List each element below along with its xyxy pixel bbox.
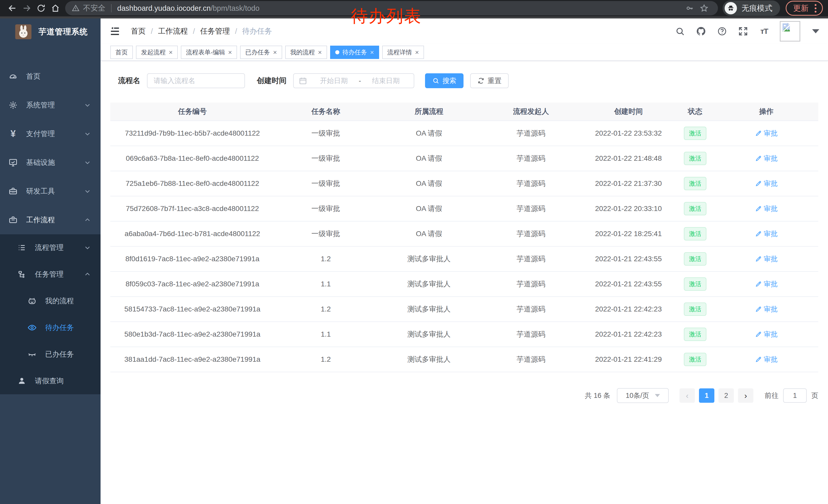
tab-close-icon[interactable]: ×: [370, 49, 374, 56]
tab[interactable]: 流程表单-编辑 ×: [181, 46, 237, 59]
avatar-dropdown-caret-icon[interactable]: [812, 29, 819, 33]
password-key-icon[interactable]: [682, 1, 697, 15]
tab[interactable]: 我的流程 ×: [285, 46, 327, 59]
approve-link[interactable]: 审批: [755, 305, 778, 314]
tab[interactable]: 发起流程 ×: [136, 46, 178, 59]
sidebar-item-system[interactable]: 系统管理: [0, 91, 100, 120]
sidebar-item-done-task[interactable]: 已办任务: [0, 341, 100, 368]
approve-link[interactable]: 审批: [755, 355, 778, 364]
refresh-icon: [478, 77, 485, 84]
update-label[interactable]: 更新: [793, 3, 809, 13]
github-icon[interactable]: [696, 26, 706, 37]
tab-close-icon[interactable]: ×: [169, 49, 173, 56]
address-bar[interactable]: 不安全 dashboard.yudao.iocoder.cn /bpm/task…: [65, 1, 718, 15]
goto-page-input[interactable]: [783, 388, 807, 403]
cell-task-name: 1.2: [275, 255, 377, 263]
tab[interactable]: 已办任务 ×: [240, 46, 282, 59]
approve-link[interactable]: 审批: [755, 330, 778, 339]
sidebar-collapse-icon[interactable]: [109, 26, 121, 37]
sidebar-item-workflow[interactable]: 工作流程: [0, 205, 100, 234]
browser-home-icon[interactable]: [48, 1, 63, 15]
bookmark-star-icon[interactable]: [697, 1, 711, 15]
next-page-button[interactable]: ›: [738, 388, 753, 403]
sidebar-item-pay[interactable]: ¥ 支付管理: [0, 120, 100, 148]
reset-button[interactable]: 重置: [470, 73, 509, 88]
cell-status: 激活: [676, 152, 714, 165]
fullscreen-icon[interactable]: [738, 26, 748, 37]
search-button[interactable]: 搜索: [425, 73, 463, 88]
table-row: 58154733-7ac8-11ec-a9e2-a2380e71991a 1.2…: [110, 297, 818, 322]
incognito-icon: [724, 2, 737, 14]
chevron-down-icon: [84, 188, 91, 194]
cell-action: 审批: [714, 279, 818, 289]
security-warning-icon[interactable]: [72, 4, 80, 12]
cell-created-time: 2022-01-22 20:33:10: [581, 204, 676, 213]
column-header: 操作: [714, 107, 818, 117]
approve-link[interactable]: 审批: [755, 204, 778, 213]
tab-close-icon[interactable]: ×: [318, 49, 322, 56]
sidebar-item-infra[interactable]: 基础设施: [0, 148, 100, 177]
sidebar-item-process-mgmt[interactable]: 流程管理: [0, 234, 100, 261]
help-question-icon[interactable]: [717, 26, 728, 37]
cell-task-name: 一级审批: [275, 179, 377, 188]
browser-forward-icon[interactable]: [19, 1, 34, 15]
cell-created-time: 2022-01-21 22:41:29: [581, 355, 676, 364]
approve-link[interactable]: 审批: [755, 279, 778, 289]
search-icon[interactable]: [675, 26, 686, 37]
goto-page: 前往 页: [764, 388, 818, 403]
date-range-picker[interactable]: 开始日期 - 结束日期: [293, 73, 414, 88]
cell-process: OA 请假: [377, 204, 481, 214]
tab[interactable]: 首页 ×: [110, 46, 133, 59]
approve-link[interactable]: 审批: [755, 254, 778, 264]
process-name-input[interactable]: [147, 73, 245, 88]
browser-menu-icon[interactable]: [815, 4, 817, 12]
sidebar-item-task-mgmt[interactable]: 任务管理: [0, 261, 100, 288]
prev-page-button[interactable]: ‹: [679, 388, 695, 403]
url-host: dashboard.yudao.iocoder.cn: [117, 4, 211, 12]
tab[interactable]: 流程详情 ×: [382, 46, 424, 59]
chevron-down-icon: [84, 102, 91, 108]
browser-back-icon[interactable]: [5, 1, 19, 15]
cell-starter: 芋道源码: [481, 329, 581, 339]
table-row: 73211d9d-7b9b-11ec-b5b7-acde48001122 一级审…: [110, 121, 818, 146]
url-path: /bpm/task/todo: [211, 4, 259, 12]
pager: ‹ 1 2 ›: [679, 388, 753, 403]
tab-close-icon[interactable]: ×: [228, 49, 232, 56]
tab-label: 流程详情: [387, 48, 412, 56]
avatar[interactable]: [780, 21, 800, 42]
end-date-placeholder[interactable]: 结束日期: [363, 76, 409, 85]
column-header: 任务编号: [110, 107, 275, 117]
tab-close-icon[interactable]: ×: [273, 49, 277, 56]
sidebar-item-todo-task[interactable]: 待办任务: [0, 314, 100, 341]
cell-task-id: 381aa1dd-7ac8-11ec-a9e2-a2380e71991a: [110, 355, 275, 364]
chevron-down-icon: [84, 244, 91, 251]
page-button-2[interactable]: 2: [718, 388, 734, 403]
sidebar-item-my-process[interactable]: 我的流程: [0, 288, 100, 314]
approve-link[interactable]: 审批: [755, 129, 778, 138]
breadcrumb-task-mgmt[interactable]: 任务管理: [200, 26, 230, 36]
tab-close-icon[interactable]: ×: [415, 49, 419, 56]
approve-link[interactable]: 审批: [755, 229, 778, 238]
page-button-1[interactable]: 1: [699, 388, 714, 403]
chrome-bottom-strip: [0, 16, 828, 18]
incognito-badge: 无痕模式: [722, 1, 780, 16]
page-content: 流程名 创建时间 开始日期 - 结束日期 搜索: [100, 61, 828, 504]
tab[interactable]: 待办任务 ×: [330, 46, 379, 59]
browser-update-button[interactable]: 更新: [786, 1, 823, 16]
security-label[interactable]: 不安全: [83, 3, 106, 13]
font-size-icon[interactable]: тT: [759, 26, 770, 37]
column-header: 所属流程: [377, 107, 481, 117]
approve-link[interactable]: 审批: [755, 179, 778, 188]
breadcrumb-home[interactable]: 首页: [131, 26, 146, 36]
start-date-placeholder[interactable]: 开始日期: [311, 76, 357, 85]
sidebar-item-devtools[interactable]: 研发工具: [0, 177, 100, 205]
approve-link[interactable]: 审批: [755, 154, 778, 163]
sidebar-item-home[interactable]: 首页: [0, 62, 100, 91]
cell-status: 激活: [676, 177, 714, 190]
cell-created-time: 2022-01-22 18:25:41: [581, 230, 676, 238]
sidebar-item-leave-query[interactable]: 请假查询: [0, 368, 100, 394]
logo-row[interactable]: 芋道管理系统: [0, 18, 100, 45]
breadcrumb-workflow[interactable]: 工作流程: [158, 26, 188, 36]
browser-reload-icon[interactable]: [34, 1, 48, 15]
page-size-select[interactable]: 10条/页: [617, 388, 669, 403]
